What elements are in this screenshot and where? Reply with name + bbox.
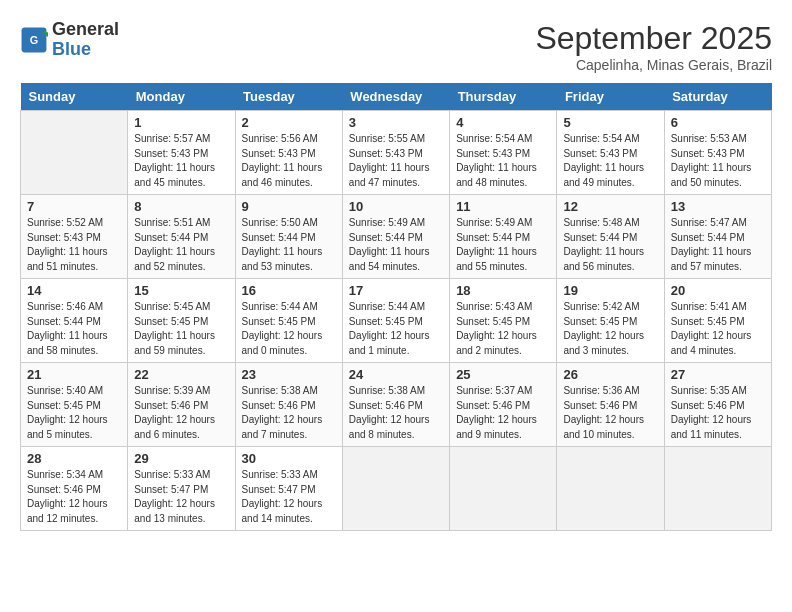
calendar-cell: 29Sunrise: 5:33 AM Sunset: 5:47 PM Dayli…	[128, 447, 235, 531]
calendar-week-row: 7Sunrise: 5:52 AM Sunset: 5:43 PM Daylig…	[21, 195, 772, 279]
day-info: Sunrise: 5:49 AM Sunset: 5:44 PM Dayligh…	[456, 216, 550, 274]
calendar-cell	[664, 447, 771, 531]
calendar-cell: 16Sunrise: 5:44 AM Sunset: 5:45 PM Dayli…	[235, 279, 342, 363]
day-info: Sunrise: 5:46 AM Sunset: 5:44 PM Dayligh…	[27, 300, 121, 358]
page-header: G General Blue September 2025 Capelinha,…	[20, 20, 772, 73]
calendar-cell	[342, 447, 449, 531]
calendar-cell: 23Sunrise: 5:38 AM Sunset: 5:46 PM Dayli…	[235, 363, 342, 447]
day-number: 1	[134, 115, 228, 130]
calendar-cell	[557, 447, 664, 531]
day-info: Sunrise: 5:56 AM Sunset: 5:43 PM Dayligh…	[242, 132, 336, 190]
day-number: 25	[456, 367, 550, 382]
weekday-header-wednesday: Wednesday	[342, 83, 449, 111]
day-number: 3	[349, 115, 443, 130]
calendar-week-row: 21Sunrise: 5:40 AM Sunset: 5:45 PM Dayli…	[21, 363, 772, 447]
calendar-cell	[450, 447, 557, 531]
day-info: Sunrise: 5:40 AM Sunset: 5:45 PM Dayligh…	[27, 384, 121, 442]
day-info: Sunrise: 5:57 AM Sunset: 5:43 PM Dayligh…	[134, 132, 228, 190]
day-info: Sunrise: 5:49 AM Sunset: 5:44 PM Dayligh…	[349, 216, 443, 274]
day-number: 6	[671, 115, 765, 130]
day-info: Sunrise: 5:50 AM Sunset: 5:44 PM Dayligh…	[242, 216, 336, 274]
month-title: September 2025	[535, 20, 772, 57]
day-number: 30	[242, 451, 336, 466]
calendar-cell: 8Sunrise: 5:51 AM Sunset: 5:44 PM Daylig…	[128, 195, 235, 279]
calendar-cell: 18Sunrise: 5:43 AM Sunset: 5:45 PM Dayli…	[450, 279, 557, 363]
calendar-cell: 1Sunrise: 5:57 AM Sunset: 5:43 PM Daylig…	[128, 111, 235, 195]
day-info: Sunrise: 5:51 AM Sunset: 5:44 PM Dayligh…	[134, 216, 228, 274]
day-info: Sunrise: 5:35 AM Sunset: 5:46 PM Dayligh…	[671, 384, 765, 442]
day-info: Sunrise: 5:53 AM Sunset: 5:43 PM Dayligh…	[671, 132, 765, 190]
day-info: Sunrise: 5:43 AM Sunset: 5:45 PM Dayligh…	[456, 300, 550, 358]
calendar-cell: 3Sunrise: 5:55 AM Sunset: 5:43 PM Daylig…	[342, 111, 449, 195]
day-number: 27	[671, 367, 765, 382]
day-number: 28	[27, 451, 121, 466]
day-number: 7	[27, 199, 121, 214]
calendar-cell: 21Sunrise: 5:40 AM Sunset: 5:45 PM Dayli…	[21, 363, 128, 447]
day-info: Sunrise: 5:38 AM Sunset: 5:46 PM Dayligh…	[242, 384, 336, 442]
calendar-cell: 24Sunrise: 5:38 AM Sunset: 5:46 PM Dayli…	[342, 363, 449, 447]
day-info: Sunrise: 5:45 AM Sunset: 5:45 PM Dayligh…	[134, 300, 228, 358]
calendar-cell: 22Sunrise: 5:39 AM Sunset: 5:46 PM Dayli…	[128, 363, 235, 447]
day-number: 5	[563, 115, 657, 130]
day-info: Sunrise: 5:44 AM Sunset: 5:45 PM Dayligh…	[349, 300, 443, 358]
day-info: Sunrise: 5:42 AM Sunset: 5:45 PM Dayligh…	[563, 300, 657, 358]
day-info: Sunrise: 5:33 AM Sunset: 5:47 PM Dayligh…	[134, 468, 228, 526]
day-number: 9	[242, 199, 336, 214]
day-info: Sunrise: 5:55 AM Sunset: 5:43 PM Dayligh…	[349, 132, 443, 190]
day-number: 10	[349, 199, 443, 214]
day-number: 4	[456, 115, 550, 130]
calendar-cell: 6Sunrise: 5:53 AM Sunset: 5:43 PM Daylig…	[664, 111, 771, 195]
day-info: Sunrise: 5:34 AM Sunset: 5:46 PM Dayligh…	[27, 468, 121, 526]
day-info: Sunrise: 5:52 AM Sunset: 5:43 PM Dayligh…	[27, 216, 121, 274]
day-number: 13	[671, 199, 765, 214]
day-info: Sunrise: 5:47 AM Sunset: 5:44 PM Dayligh…	[671, 216, 765, 274]
day-number: 24	[349, 367, 443, 382]
calendar-cell: 4Sunrise: 5:54 AM Sunset: 5:43 PM Daylig…	[450, 111, 557, 195]
weekday-header-sunday: Sunday	[21, 83, 128, 111]
day-number: 26	[563, 367, 657, 382]
day-number: 18	[456, 283, 550, 298]
day-number: 14	[27, 283, 121, 298]
day-number: 15	[134, 283, 228, 298]
day-number: 29	[134, 451, 228, 466]
day-info: Sunrise: 5:48 AM Sunset: 5:44 PM Dayligh…	[563, 216, 657, 274]
calendar-cell: 20Sunrise: 5:41 AM Sunset: 5:45 PM Dayli…	[664, 279, 771, 363]
calendar-week-row: 1Sunrise: 5:57 AM Sunset: 5:43 PM Daylig…	[21, 111, 772, 195]
title-block: September 2025 Capelinha, Minas Gerais, …	[535, 20, 772, 73]
weekday-header-monday: Monday	[128, 83, 235, 111]
day-number: 21	[27, 367, 121, 382]
calendar-cell: 9Sunrise: 5:50 AM Sunset: 5:44 PM Daylig…	[235, 195, 342, 279]
calendar-cell	[21, 111, 128, 195]
calendar-cell: 14Sunrise: 5:46 AM Sunset: 5:44 PM Dayli…	[21, 279, 128, 363]
weekday-header-row: SundayMondayTuesdayWednesdayThursdayFrid…	[21, 83, 772, 111]
calendar-cell: 2Sunrise: 5:56 AM Sunset: 5:43 PM Daylig…	[235, 111, 342, 195]
calendar-cell: 7Sunrise: 5:52 AM Sunset: 5:43 PM Daylig…	[21, 195, 128, 279]
day-info: Sunrise: 5:36 AM Sunset: 5:46 PM Dayligh…	[563, 384, 657, 442]
day-info: Sunrise: 5:54 AM Sunset: 5:43 PM Dayligh…	[456, 132, 550, 190]
calendar-cell: 15Sunrise: 5:45 AM Sunset: 5:45 PM Dayli…	[128, 279, 235, 363]
day-number: 23	[242, 367, 336, 382]
day-info: Sunrise: 5:38 AM Sunset: 5:46 PM Dayligh…	[349, 384, 443, 442]
calendar-cell: 30Sunrise: 5:33 AM Sunset: 5:47 PM Dayli…	[235, 447, 342, 531]
calendar-cell: 11Sunrise: 5:49 AM Sunset: 5:44 PM Dayli…	[450, 195, 557, 279]
svg-text:G: G	[30, 34, 38, 46]
location: Capelinha, Minas Gerais, Brazil	[535, 57, 772, 73]
day-number: 12	[563, 199, 657, 214]
weekday-header-thursday: Thursday	[450, 83, 557, 111]
calendar-cell: 28Sunrise: 5:34 AM Sunset: 5:46 PM Dayli…	[21, 447, 128, 531]
day-number: 22	[134, 367, 228, 382]
calendar-cell: 12Sunrise: 5:48 AM Sunset: 5:44 PM Dayli…	[557, 195, 664, 279]
day-number: 11	[456, 199, 550, 214]
weekday-header-friday: Friday	[557, 83, 664, 111]
calendar-week-row: 14Sunrise: 5:46 AM Sunset: 5:44 PM Dayli…	[21, 279, 772, 363]
day-info: Sunrise: 5:44 AM Sunset: 5:45 PM Dayligh…	[242, 300, 336, 358]
calendar-cell: 26Sunrise: 5:36 AM Sunset: 5:46 PM Dayli…	[557, 363, 664, 447]
logo-icon: G	[20, 26, 48, 54]
weekday-header-tuesday: Tuesday	[235, 83, 342, 111]
day-number: 19	[563, 283, 657, 298]
calendar-cell: 27Sunrise: 5:35 AM Sunset: 5:46 PM Dayli…	[664, 363, 771, 447]
day-info: Sunrise: 5:37 AM Sunset: 5:46 PM Dayligh…	[456, 384, 550, 442]
calendar-cell: 10Sunrise: 5:49 AM Sunset: 5:44 PM Dayli…	[342, 195, 449, 279]
day-number: 20	[671, 283, 765, 298]
calendar-table: SundayMondayTuesdayWednesdayThursdayFrid…	[20, 83, 772, 531]
